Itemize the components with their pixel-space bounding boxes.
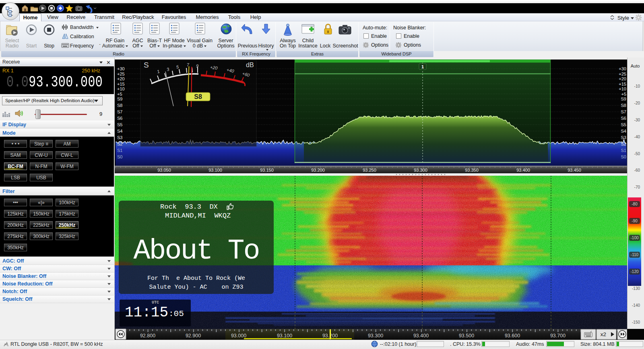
svg-text:93.500: 93.500	[459, 333, 474, 339]
svg-text:93.000: 93.000	[231, 333, 246, 339]
svg-text:dB: dB	[246, 62, 254, 68]
svg-text:93.600: 93.600	[505, 333, 520, 339]
svg-text:93.400: 93.400	[413, 333, 429, 339]
svg-text:92.800: 92.800	[140, 333, 155, 339]
svg-text:S8: S8	[194, 93, 202, 100]
svg-text:x2: x2	[601, 331, 606, 337]
svg-text:93.300: 93.300	[368, 333, 383, 339]
svg-text:92.900: 92.900	[186, 333, 201, 339]
svg-text:S: S	[144, 61, 149, 69]
svg-text:93.700: 93.700	[550, 333, 566, 339]
svg-text:9: 9	[196, 64, 198, 68]
svg-text:93.100: 93.100	[277, 333, 292, 339]
